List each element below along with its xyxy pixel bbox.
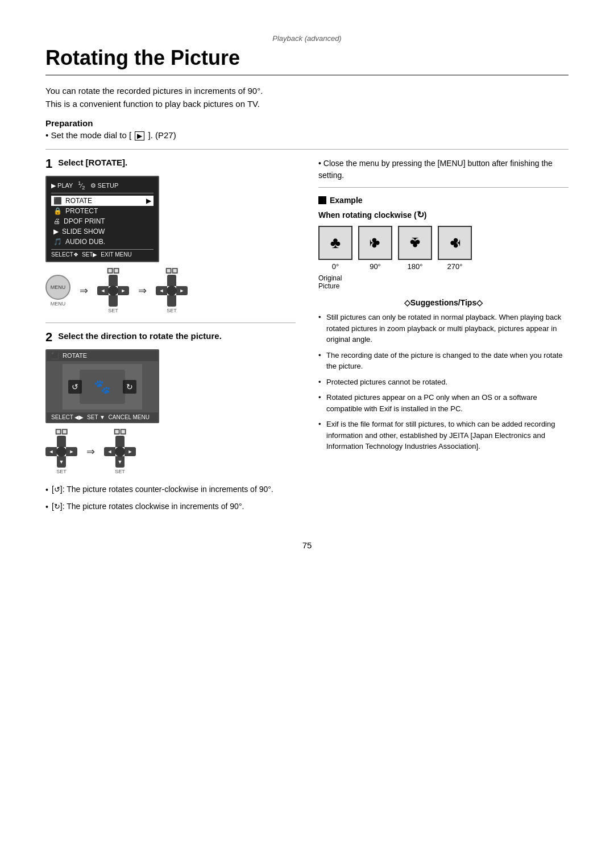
degree-0: 0° [332,262,339,271]
degree-270: 270° [447,262,463,271]
section-label: Playback (advanced) [45,34,569,43]
step1-number: 1 [45,158,52,170]
step2-controls: 🔲🔲 ▼ ◄ ► SET ⇒ 🔲🔲 [45,429,296,474]
suggestion-4: Rotated pictures appear on a PC only whe… [318,392,569,414]
suggestion-5: Exif is the file format for still pictur… [318,419,569,452]
page-container: Playback (advanced) Rotating the Picture… [0,0,614,868]
dpad4-label: SET [115,469,125,474]
dpad3-wrapper: 🔲🔲 ▼ ◄ ► SET [45,429,77,474]
intro-text: You can rotate the recorded pictures in … [45,85,569,110]
rotation-images: ♣ 0° ♣ 90° ♣ 180° ♣ 270° [318,226,569,271]
right-column: • Close the menu by pressing the [MENU] … [318,158,569,457]
step1-label: Select [ROTATE]. [58,158,127,167]
section-divider [45,149,569,150]
preparation-text: • Set the mode dial to [ ▶ ]. (P27) [45,130,569,140]
step2-heading: 2 Select the direction to rotate the pic… [45,331,296,344]
rotate-screen-content: 🐾 ↺ ↻ [47,361,158,412]
step2-label: Select the direction to rotate the pictu… [58,331,222,341]
camera-menu-ui: ▶ PLAY 1⁄2 ⚙ SETUP ⬛ ROTATE ▶ 🔒 PROTECT … [45,176,159,262]
slideshow-icon: ▶ [53,228,59,235]
bullet-ccw: • [↺]: The picture rotates counter-clock… [45,483,296,496]
cw-bullet-symbol: • [45,501,48,513]
menu-item-protect: 🔒 PROTECT [51,206,154,216]
arrow-icon3: ⇒ [86,445,95,458]
rotate-icon: ⬛ [53,197,62,205]
dpad2-wrapper: 🔲🔲 ◄ ► SET [156,268,188,313]
dpad1[interactable]: ◄ ► [97,275,129,307]
intro-line2: This is a convenient function to play ba… [45,98,569,111]
protect-icon: 🔒 [53,207,62,215]
main-content: 1 Select [ROTATE]. ▶ PLAY 1⁄2 ⚙ SETUP ⬛ … [45,158,569,518]
rotate-title-text: ROTATE [63,352,87,359]
dpad2-label: SET [167,308,177,313]
left-column: 1 Select [ROTATE]. ▶ PLAY 1⁄2 ⚙ SETUP ⬛ … [45,158,296,518]
dpof-icon: 🖨 [53,217,60,225]
cw-arrow[interactable]: ↻ [123,380,136,394]
image-placeholder: 🐾 [80,370,125,404]
menu-button-label: MENU [51,301,66,307]
arrow-icon2: ⇒ [138,284,147,297]
rotate-image-area: 🐾 ↺ ↻ [63,364,142,410]
suggestion-2: The recording date of the picture is cha… [318,350,569,372]
suggestion-3: Protected pictures cannot be rotated. [318,377,569,388]
example-heading: Example [318,196,569,205]
suggestions-list: Still pictures can only be rotated in no… [318,312,569,452]
arrow-icon: ⇒ [80,284,88,297]
page-title: Rotating the Picture [45,46,569,76]
intro-line1: You can rotate the recorded pictures in … [45,85,569,98]
preparation-heading: Preparation [45,118,569,128]
menu-play-label: ▶ PLAY 1⁄2 ⚙ SETUP [51,180,118,191]
rotation-90deg: ♣ 90° [358,226,392,271]
rotation-img-0: ♣ [318,226,352,260]
original-label: OriginalPicture [318,274,569,290]
page-number: 75 [45,540,569,550]
step1-heading: 1 Select [ROTATE]. [45,158,296,170]
right-divider [318,187,569,188]
ccw-bullet-symbol: • [45,484,48,496]
step1-controls: MENU MENU ⇒ 🔲🔲 ◄ ► [45,268,296,313]
menu-item-audiodub: 🎵 AUDIO DUB. [51,237,154,247]
menu-item-slideshow: ▶ SLIDE SHOW [51,226,154,237]
dpad3-label: SET [56,469,67,474]
rotation-img-180: ♣ [398,226,432,260]
rotate-screen-ui: ⬛ ROTATE 🐾 ↺ ↻ SELECT ◀▶ SET ▼ CANCEL ME… [45,349,159,423]
rotation-270deg: ♣ 270° [438,226,472,271]
suggestions-heading: ◇Suggestions/Tips◇ [318,298,569,307]
audiodub-icon: 🎵 [53,238,62,246]
step-divider [45,323,296,323]
bullet-ccw-text: [↺]: The picture rotates counter-clockwi… [52,483,273,495]
dpad2[interactable]: ◄ ► [156,275,188,307]
degree-180: 180° [408,262,423,271]
close-menu-note: • Close the menu by pressing the [MENU] … [318,158,569,181]
rotation-img-90: ♣ [358,226,392,260]
dpad3[interactable]: ▼ ◄ ► [45,436,77,468]
degree-90: 90° [370,262,381,271]
dpad1-wrapper: 🔲🔲 ◄ ► SET [97,268,129,313]
menu-button-wrapper: MENU MENU [45,275,70,307]
step2-number: 2 [45,331,52,344]
rotation-180deg: ♣ 180° [398,226,432,271]
rotate-title-icon: ⬛ [51,352,59,359]
suggestion-1: Still pictures can only be rotated in no… [318,312,569,345]
ccw-arrow[interactable]: ↺ [68,380,82,394]
bullet-cw: • [↻]: The picture rotates clockwise in … [45,501,296,513]
menu-button[interactable]: MENU [45,275,70,300]
rotation-0deg: ♣ 0° [318,226,352,271]
bullet-cw-text: [↻]: The picture rotates clockwise in in… [52,501,244,512]
rotate-screen-top: ⬛ ROTATE [47,350,158,361]
example-label: Example [330,196,363,205]
menu-item-dpof: 🖨 DPOF PRINT [51,216,154,226]
menu-top-bar: ▶ PLAY 1⁄2 ⚙ SETUP [51,180,154,193]
menu-bottom-bar: SELECT❖ SET▶ EXIT MENU [51,249,154,258]
rotation-img-270: ♣ [438,226,472,260]
when-rotating-label: When rotating clockwise (↻) [318,209,569,220]
menu-item-rotate: ⬛ ROTATE ▶ [51,196,154,206]
dpad4[interactable]: ▼ ◄ ► [104,436,136,468]
rotate-screen-bottom: SELECT ◀▶ SET ▼ CANCEL MENU [47,412,158,422]
dpad4-wrapper: 🔲🔲 ▼ ◄ ► SET [104,429,136,474]
dpad1-label: SET [108,308,118,313]
